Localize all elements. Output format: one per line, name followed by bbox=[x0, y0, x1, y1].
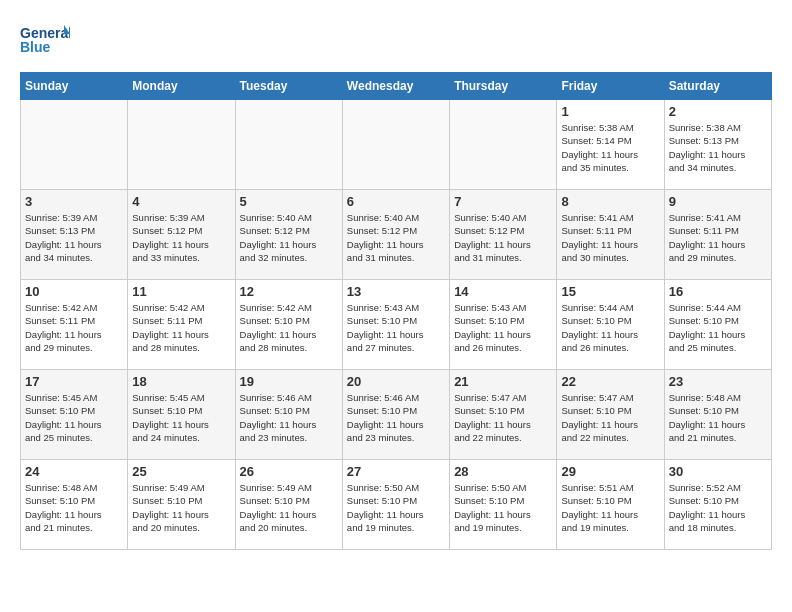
day-number: 1 bbox=[561, 104, 659, 119]
calendar-cell: 21Sunrise: 5:47 AMSunset: 5:10 PMDayligh… bbox=[450, 370, 557, 460]
day-number: 10 bbox=[25, 284, 123, 299]
day-info: Sunrise: 5:43 AMSunset: 5:10 PMDaylight:… bbox=[454, 301, 552, 354]
calendar-table: SundayMondayTuesdayWednesdayThursdayFrid… bbox=[20, 72, 772, 550]
day-info: Sunrise: 5:47 AMSunset: 5:10 PMDaylight:… bbox=[454, 391, 552, 444]
calendar-week-row: 1Sunrise: 5:38 AMSunset: 5:14 PMDaylight… bbox=[21, 100, 772, 190]
day-number: 3 bbox=[25, 194, 123, 209]
day-number: 14 bbox=[454, 284, 552, 299]
calendar-cell: 25Sunrise: 5:49 AMSunset: 5:10 PMDayligh… bbox=[128, 460, 235, 550]
calendar-cell: 23Sunrise: 5:48 AMSunset: 5:10 PMDayligh… bbox=[664, 370, 771, 460]
logo: General Blue bbox=[20, 20, 70, 62]
day-number: 19 bbox=[240, 374, 338, 389]
weekday-header-row: SundayMondayTuesdayWednesdayThursdayFrid… bbox=[21, 73, 772, 100]
calendar-cell bbox=[21, 100, 128, 190]
calendar-cell bbox=[450, 100, 557, 190]
day-number: 9 bbox=[669, 194, 767, 209]
day-info: Sunrise: 5:44 AMSunset: 5:10 PMDaylight:… bbox=[561, 301, 659, 354]
calendar-cell: 13Sunrise: 5:43 AMSunset: 5:10 PMDayligh… bbox=[342, 280, 449, 370]
day-info: Sunrise: 5:44 AMSunset: 5:10 PMDaylight:… bbox=[669, 301, 767, 354]
calendar-cell: 1Sunrise: 5:38 AMSunset: 5:14 PMDaylight… bbox=[557, 100, 664, 190]
day-info: Sunrise: 5:45 AMSunset: 5:10 PMDaylight:… bbox=[132, 391, 230, 444]
calendar-cell bbox=[128, 100, 235, 190]
svg-text:Blue: Blue bbox=[20, 39, 51, 55]
calendar-cell: 8Sunrise: 5:41 AMSunset: 5:11 PMDaylight… bbox=[557, 190, 664, 280]
calendar-cell: 2Sunrise: 5:38 AMSunset: 5:13 PMDaylight… bbox=[664, 100, 771, 190]
day-info: Sunrise: 5:38 AMSunset: 5:13 PMDaylight:… bbox=[669, 121, 767, 174]
day-number: 12 bbox=[240, 284, 338, 299]
calendar-week-row: 24Sunrise: 5:48 AMSunset: 5:10 PMDayligh… bbox=[21, 460, 772, 550]
day-info: Sunrise: 5:49 AMSunset: 5:10 PMDaylight:… bbox=[240, 481, 338, 534]
calendar-cell: 22Sunrise: 5:47 AMSunset: 5:10 PMDayligh… bbox=[557, 370, 664, 460]
calendar-cell: 5Sunrise: 5:40 AMSunset: 5:12 PMDaylight… bbox=[235, 190, 342, 280]
day-number: 21 bbox=[454, 374, 552, 389]
day-number: 13 bbox=[347, 284, 445, 299]
day-number: 18 bbox=[132, 374, 230, 389]
weekday-header: Sunday bbox=[21, 73, 128, 100]
day-number: 5 bbox=[240, 194, 338, 209]
day-info: Sunrise: 5:42 AMSunset: 5:11 PMDaylight:… bbox=[25, 301, 123, 354]
calendar-cell: 16Sunrise: 5:44 AMSunset: 5:10 PMDayligh… bbox=[664, 280, 771, 370]
calendar-cell bbox=[342, 100, 449, 190]
calendar-cell: 4Sunrise: 5:39 AMSunset: 5:12 PMDaylight… bbox=[128, 190, 235, 280]
day-info: Sunrise: 5:39 AMSunset: 5:13 PMDaylight:… bbox=[25, 211, 123, 264]
day-info: Sunrise: 5:41 AMSunset: 5:11 PMDaylight:… bbox=[561, 211, 659, 264]
calendar-cell: 14Sunrise: 5:43 AMSunset: 5:10 PMDayligh… bbox=[450, 280, 557, 370]
day-number: 6 bbox=[347, 194, 445, 209]
calendar-cell: 10Sunrise: 5:42 AMSunset: 5:11 PMDayligh… bbox=[21, 280, 128, 370]
day-number: 28 bbox=[454, 464, 552, 479]
day-info: Sunrise: 5:38 AMSunset: 5:14 PMDaylight:… bbox=[561, 121, 659, 174]
calendar-cell: 20Sunrise: 5:46 AMSunset: 5:10 PMDayligh… bbox=[342, 370, 449, 460]
day-number: 20 bbox=[347, 374, 445, 389]
day-number: 7 bbox=[454, 194, 552, 209]
calendar-cell: 11Sunrise: 5:42 AMSunset: 5:11 PMDayligh… bbox=[128, 280, 235, 370]
day-info: Sunrise: 5:51 AMSunset: 5:10 PMDaylight:… bbox=[561, 481, 659, 534]
day-number: 17 bbox=[25, 374, 123, 389]
calendar-cell: 28Sunrise: 5:50 AMSunset: 5:10 PMDayligh… bbox=[450, 460, 557, 550]
calendar-cell: 19Sunrise: 5:46 AMSunset: 5:10 PMDayligh… bbox=[235, 370, 342, 460]
day-number: 11 bbox=[132, 284, 230, 299]
day-number: 15 bbox=[561, 284, 659, 299]
day-info: Sunrise: 5:41 AMSunset: 5:11 PMDaylight:… bbox=[669, 211, 767, 264]
calendar-cell: 12Sunrise: 5:42 AMSunset: 5:10 PMDayligh… bbox=[235, 280, 342, 370]
calendar-cell: 29Sunrise: 5:51 AMSunset: 5:10 PMDayligh… bbox=[557, 460, 664, 550]
day-number: 30 bbox=[669, 464, 767, 479]
day-number: 4 bbox=[132, 194, 230, 209]
weekday-header: Saturday bbox=[664, 73, 771, 100]
day-info: Sunrise: 5:50 AMSunset: 5:10 PMDaylight:… bbox=[347, 481, 445, 534]
day-number: 16 bbox=[669, 284, 767, 299]
weekday-header: Tuesday bbox=[235, 73, 342, 100]
logo-svg: General Blue bbox=[20, 20, 70, 62]
day-info: Sunrise: 5:42 AMSunset: 5:10 PMDaylight:… bbox=[240, 301, 338, 354]
calendar-cell: 24Sunrise: 5:48 AMSunset: 5:10 PMDayligh… bbox=[21, 460, 128, 550]
day-info: Sunrise: 5:46 AMSunset: 5:10 PMDaylight:… bbox=[347, 391, 445, 444]
calendar-cell: 6Sunrise: 5:40 AMSunset: 5:12 PMDaylight… bbox=[342, 190, 449, 280]
day-info: Sunrise: 5:40 AMSunset: 5:12 PMDaylight:… bbox=[240, 211, 338, 264]
day-number: 25 bbox=[132, 464, 230, 479]
day-number: 27 bbox=[347, 464, 445, 479]
calendar-cell: 18Sunrise: 5:45 AMSunset: 5:10 PMDayligh… bbox=[128, 370, 235, 460]
calendar-cell: 17Sunrise: 5:45 AMSunset: 5:10 PMDayligh… bbox=[21, 370, 128, 460]
calendar-cell: 26Sunrise: 5:49 AMSunset: 5:10 PMDayligh… bbox=[235, 460, 342, 550]
day-number: 8 bbox=[561, 194, 659, 209]
calendar-week-row: 17Sunrise: 5:45 AMSunset: 5:10 PMDayligh… bbox=[21, 370, 772, 460]
day-info: Sunrise: 5:50 AMSunset: 5:10 PMDaylight:… bbox=[454, 481, 552, 534]
day-info: Sunrise: 5:40 AMSunset: 5:12 PMDaylight:… bbox=[347, 211, 445, 264]
day-info: Sunrise: 5:43 AMSunset: 5:10 PMDaylight:… bbox=[347, 301, 445, 354]
weekday-header: Friday bbox=[557, 73, 664, 100]
weekday-header: Thursday bbox=[450, 73, 557, 100]
weekday-header: Monday bbox=[128, 73, 235, 100]
day-info: Sunrise: 5:40 AMSunset: 5:12 PMDaylight:… bbox=[454, 211, 552, 264]
header: General Blue bbox=[20, 20, 772, 62]
weekday-header: Wednesday bbox=[342, 73, 449, 100]
day-number: 26 bbox=[240, 464, 338, 479]
day-info: Sunrise: 5:46 AMSunset: 5:10 PMDaylight:… bbox=[240, 391, 338, 444]
calendar-cell: 30Sunrise: 5:52 AMSunset: 5:10 PMDayligh… bbox=[664, 460, 771, 550]
day-info: Sunrise: 5:52 AMSunset: 5:10 PMDaylight:… bbox=[669, 481, 767, 534]
day-info: Sunrise: 5:39 AMSunset: 5:12 PMDaylight:… bbox=[132, 211, 230, 264]
calendar-cell: 27Sunrise: 5:50 AMSunset: 5:10 PMDayligh… bbox=[342, 460, 449, 550]
calendar-week-row: 10Sunrise: 5:42 AMSunset: 5:11 PMDayligh… bbox=[21, 280, 772, 370]
day-info: Sunrise: 5:42 AMSunset: 5:11 PMDaylight:… bbox=[132, 301, 230, 354]
calendar-cell: 7Sunrise: 5:40 AMSunset: 5:12 PMDaylight… bbox=[450, 190, 557, 280]
calendar-cell: 15Sunrise: 5:44 AMSunset: 5:10 PMDayligh… bbox=[557, 280, 664, 370]
day-info: Sunrise: 5:47 AMSunset: 5:10 PMDaylight:… bbox=[561, 391, 659, 444]
